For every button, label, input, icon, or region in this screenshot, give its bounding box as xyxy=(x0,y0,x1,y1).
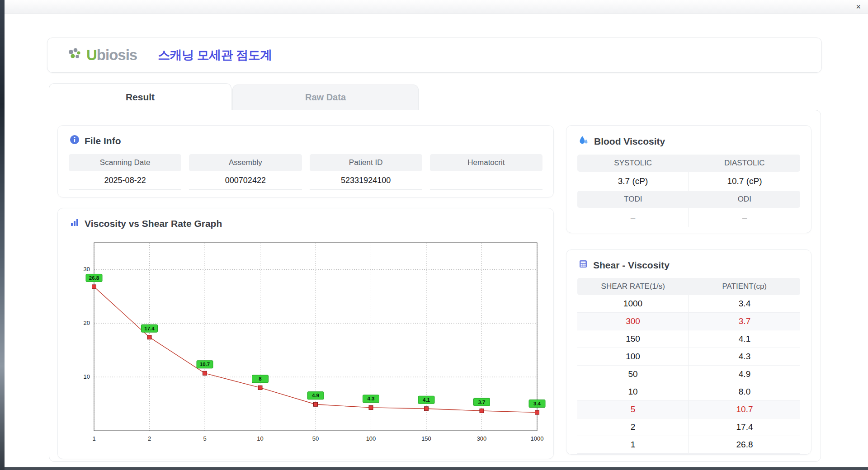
shear-cell-patient: 8.0 xyxy=(689,383,800,400)
bv-value-diastolic: 10.7 (cP) xyxy=(689,172,800,191)
file-info-field-value: 52331924100 xyxy=(310,171,422,190)
logo-text-u: U xyxy=(86,47,97,63)
shear-cell-patient: 4.1 xyxy=(689,330,800,348)
x-tick-label: 5 xyxy=(203,435,206,442)
shear-cell-patient: 26.8 xyxy=(689,436,800,453)
shear-cell-patient: 17.4 xyxy=(689,418,800,436)
close-button[interactable]: × xyxy=(856,1,861,12)
file-info-field-label: Assembly xyxy=(189,154,302,171)
graph-header: Viscosity vs Shear Rate Graph xyxy=(58,208,553,230)
shear-col-header-patient: PATIENT(cp) xyxy=(689,278,801,295)
blood-viscosity-header: Blood Viscosity xyxy=(566,126,811,148)
desktop-edge-bottom xyxy=(5,467,868,470)
point-label: 26.8 xyxy=(89,275,99,281)
x-tick-label: 10 xyxy=(257,435,263,442)
shear-row: 504.9 xyxy=(577,366,800,383)
data-point-marker xyxy=(92,285,96,289)
shear-col-header-rate: SHEAR RATE(1/s) xyxy=(577,278,689,295)
close-icon: × xyxy=(856,2,861,11)
file-info-fields: Scanning Date2025-08-22Assembly000702422… xyxy=(69,154,542,190)
data-point-marker xyxy=(147,335,151,339)
file-info-field: Hematocrit xyxy=(430,154,542,190)
shear-cell-rate: 300 xyxy=(577,313,689,330)
shear-header-row: SHEAR RATE(1/s) PATIENT(cp) xyxy=(577,278,800,295)
shear-row: 126.8 xyxy=(577,436,800,454)
tab-raw-data[interactable]: Raw Data xyxy=(232,85,419,110)
x-tick-label: 1 xyxy=(92,435,95,442)
x-tick-label: 300 xyxy=(477,435,487,442)
info-icon xyxy=(70,135,80,147)
table-icon xyxy=(578,259,588,271)
shear-cell-rate: 2 xyxy=(577,418,689,436)
bv-header-systolic: SYSTOLIC xyxy=(577,155,689,172)
point-label: 3.4 xyxy=(533,401,541,406)
x-tick-label: 100 xyxy=(366,435,376,442)
shear-row: 10003.4 xyxy=(577,295,800,313)
shear-cell-rate: 1000 xyxy=(577,295,689,312)
tab-result-label: Result xyxy=(126,92,155,103)
data-point-marker xyxy=(480,409,484,413)
bv-header-row-2: TODI ODI xyxy=(577,191,800,208)
shear-cell-rate: 5 xyxy=(577,401,689,418)
file-info-card: File Info Scanning Date2025-08-22Assembl… xyxy=(57,125,554,197)
header-card: Ubiosis 스캐닝 모세관 점도계 xyxy=(47,38,822,73)
file-info-field-value: 2025-08-22 xyxy=(69,171,181,190)
shear-cell-rate: 100 xyxy=(577,348,689,365)
data-point-marker xyxy=(314,402,318,406)
shear-cell-rate: 10 xyxy=(577,383,689,400)
data-point-marker xyxy=(425,407,429,411)
shear-row: 217.4 xyxy=(577,418,800,436)
file-info-title: File Info xyxy=(85,136,121,146)
file-info-field-value: 000702422 xyxy=(189,171,302,190)
point-label: 8 xyxy=(259,376,262,381)
shear-viscosity-table: SHEAR RATE(1/s) PATIENT(cp) 10003.43003.… xyxy=(577,278,800,454)
shear-table-body: 10003.43003.71504.11004.3504.9108.0510.7… xyxy=(577,295,800,454)
logo-text: Ubiosis xyxy=(86,47,137,64)
shear-row: 1504.1 xyxy=(577,330,800,348)
shear-cell-patient: 3.7 xyxy=(689,313,800,330)
viscosity-chart: 1020301251050100150300100026.817.410.784… xyxy=(65,235,544,451)
bv-value-systolic: 3.7 (cP) xyxy=(577,172,689,191)
point-label: 17.4 xyxy=(144,326,155,331)
data-point-marker xyxy=(369,405,373,409)
shear-cell-patient: 3.4 xyxy=(689,295,800,312)
y-tick-label: 20 xyxy=(84,320,90,326)
file-info-field: Scanning Date2025-08-22 xyxy=(69,154,181,190)
x-tick-label: 2 xyxy=(148,435,151,442)
y-tick-label: 30 xyxy=(84,266,90,273)
leaf-cluster-icon xyxy=(66,47,83,64)
y-tick-label: 10 xyxy=(84,373,90,380)
graph-title: Viscosity vs Shear Rate Graph xyxy=(85,218,222,229)
logo-text-rest: biosis xyxy=(97,47,137,63)
blood-viscosity-title: Blood Viscosity xyxy=(594,136,665,147)
shear-cell-rate: 150 xyxy=(577,330,689,348)
file-info-field-label: Patient ID xyxy=(310,154,422,171)
point-label: 10.7 xyxy=(200,362,210,367)
shear-cell-patient: 10.7 xyxy=(689,401,800,418)
point-label: 4.1 xyxy=(423,397,430,403)
shear-viscosity-card: Shear - Viscosity SHEAR RATE(1/s) PATIEN… xyxy=(566,249,811,455)
bv-header-diastolic: DIASTOLIC xyxy=(689,155,801,172)
desktop-edge-left xyxy=(0,0,5,470)
shear-cell-patient: 4.9 xyxy=(689,366,800,383)
shear-cell-rate: 50 xyxy=(577,366,689,383)
data-point-marker xyxy=(535,410,539,414)
tab-result[interactable]: Result xyxy=(49,83,231,110)
data-point-marker xyxy=(203,371,207,375)
bv-value-row-2: – – xyxy=(577,208,800,227)
shear-cell-rate: 1 xyxy=(577,436,689,453)
ubiosis-logo: Ubiosis xyxy=(66,47,137,64)
x-tick-label: 150 xyxy=(421,435,431,442)
shear-row: 510.7 xyxy=(577,401,800,418)
blood-viscosity-table: SYSTOLIC DIASTOLIC 3.7 (cP) 10.7 (cP) TO… xyxy=(577,155,800,227)
x-tick-label: 50 xyxy=(312,435,319,442)
shear-row: 3003.7 xyxy=(577,313,800,330)
bv-value-odi: – xyxy=(689,208,800,227)
shear-row: 108.0 xyxy=(577,383,800,401)
file-info-field-label: Hematocrit xyxy=(430,154,542,171)
bv-value-row: 3.7 (cP) 10.7 (cP) xyxy=(577,172,800,191)
data-point-marker xyxy=(258,385,262,390)
shear-row: 1004.3 xyxy=(577,348,800,366)
bv-header-row: SYSTOLIC DIASTOLIC xyxy=(577,155,800,172)
x-tick-label: 1000 xyxy=(531,435,544,442)
